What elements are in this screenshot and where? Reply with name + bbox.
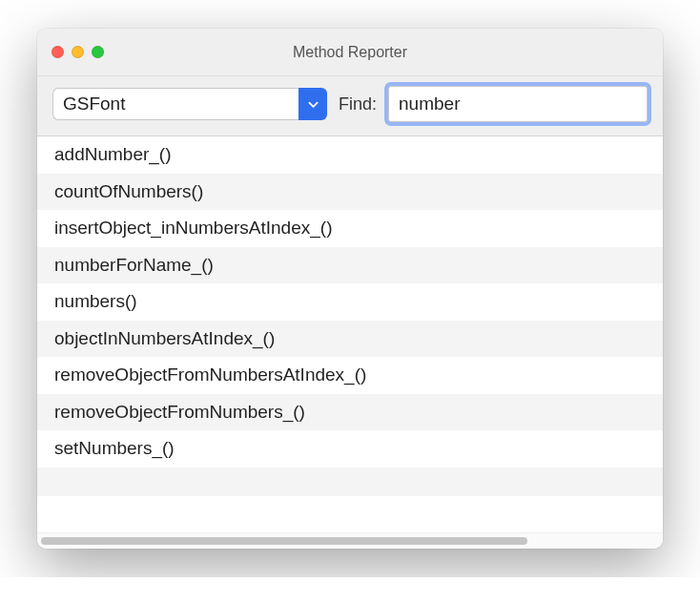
class-input[interactable]: [52, 88, 299, 120]
results-list[interactable]: addNumber_() countOfNumbers() insertObje…: [37, 136, 663, 468]
chevron-down-icon: [308, 99, 319, 110]
window: Method Reporter Find: addNumber_() count…: [37, 29, 663, 549]
zoom-icon[interactable]: [92, 46, 104, 58]
horizontal-scrollbar[interactable]: [37, 532, 663, 549]
list-item[interactable]: removeObjectFromNumbersAtIndex_(): [37, 357, 663, 394]
class-combo: [52, 88, 327, 120]
empty-row: [37, 468, 663, 496]
find-input[interactable]: [388, 86, 648, 122]
empty-area: [37, 496, 663, 532]
list-item[interactable]: numbers(): [37, 283, 663, 321]
close-icon[interactable]: [51, 46, 64, 58]
window-title: Method Reporter: [37, 44, 663, 61]
content-area: addNumber_() countOfNumbers() insertObje…: [37, 136, 663, 549]
list-item[interactable]: removeObjectFromNumbers_(): [37, 394, 663, 431]
find-wrapper: [388, 86, 648, 122]
toolbar: Find:: [37, 76, 663, 136]
list-item[interactable]: numberForName_(): [37, 247, 663, 284]
list-item[interactable]: objectInNumbersAtIndex_(): [37, 321, 663, 358]
list-item[interactable]: countOfNumbers(): [37, 174, 663, 211]
traffic-lights: [37, 46, 104, 58]
titlebar[interactable]: Method Reporter: [37, 29, 663, 76]
list-item[interactable]: setNumbers_(): [37, 430, 663, 468]
list-item[interactable]: insertObject_inNumbersAtIndex_(): [37, 210, 663, 247]
minimize-icon[interactable]: [72, 46, 84, 58]
find-label: Find:: [339, 94, 377, 114]
scrollbar-thumb[interactable]: [41, 537, 527, 545]
class-dropdown-button[interactable]: [299, 88, 327, 120]
list-item[interactable]: addNumber_(): [37, 136, 663, 174]
